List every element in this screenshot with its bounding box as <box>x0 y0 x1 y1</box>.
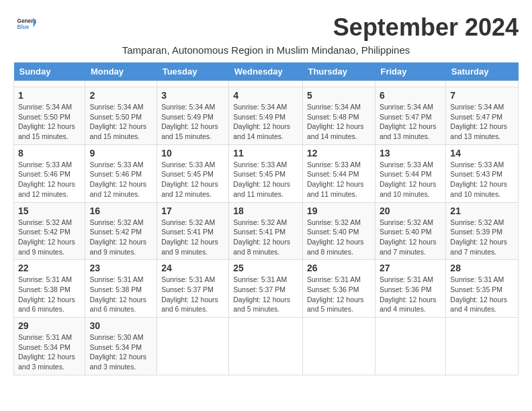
day-number: 7 <box>450 90 514 101</box>
calendar-cell: 9Sunrise: 5:33 AM Sunset: 5:46 PM Daylig… <box>85 144 157 202</box>
calendar-cell: 17Sunrise: 5:32 AM Sunset: 5:41 PM Dayli… <box>157 202 229 260</box>
calendar-cell <box>157 318 229 375</box>
day-info: Sunrise: 5:32 AM Sunset: 5:42 PM Dayligh… <box>89 218 152 257</box>
day-number: 13 <box>380 148 441 158</box>
calendar-cell: 14Sunrise: 5:33 AM Sunset: 5:43 PM Dayli… <box>446 144 519 202</box>
calendar-cell <box>157 81 229 87</box>
calendar-cell: 16Sunrise: 5:32 AM Sunset: 5:42 PM Dayli… <box>85 202 157 260</box>
calendar-week-3: 15Sunrise: 5:32 AM Sunset: 5:42 PM Dayli… <box>14 202 519 260</box>
calendar-cell: 28Sunrise: 5:31 AM Sunset: 5:35 PM Dayli… <box>446 260 519 318</box>
day-number: 5 <box>307 90 371 101</box>
calendar-header-tuesday: Tuesday <box>157 62 229 81</box>
day-number: 15 <box>18 205 81 216</box>
calendar-cell: 25Sunrise: 5:31 AM Sunset: 5:37 PM Dayli… <box>229 260 303 318</box>
day-number: 9 <box>89 148 152 158</box>
calendar-cell: 19Sunrise: 5:32 AM Sunset: 5:40 PM Dayli… <box>302 202 375 260</box>
calendar-cell: 3Sunrise: 5:34 AM Sunset: 5:49 PM Daylig… <box>157 87 229 145</box>
calendar-cell: 22Sunrise: 5:31 AM Sunset: 5:38 PM Dayli… <box>14 260 85 318</box>
calendar-cell <box>302 318 375 375</box>
day-info: Sunrise: 5:33 AM Sunset: 5:43 PM Dayligh… <box>450 160 514 199</box>
day-number: 30 <box>89 320 152 331</box>
day-number: 6 <box>380 90 441 101</box>
calendar-cell <box>85 81 157 87</box>
day-number: 14 <box>450 148 514 158</box>
day-info: Sunrise: 5:32 AM Sunset: 5:40 PM Dayligh… <box>380 218 441 257</box>
calendar-cell <box>446 81 519 87</box>
day-number: 11 <box>233 148 298 158</box>
day-number: 19 <box>307 205 371 216</box>
day-number: 21 <box>450 205 514 216</box>
day-number: 26 <box>307 263 371 273</box>
day-info: Sunrise: 5:33 AM Sunset: 5:46 PM Dayligh… <box>89 160 152 199</box>
calendar-header-wednesday: Wednesday <box>229 62 303 81</box>
day-info: Sunrise: 5:31 AM Sunset: 5:36 PM Dayligh… <box>380 275 441 314</box>
month-title-section: September 2024 <box>333 13 519 42</box>
day-info: Sunrise: 5:33 AM Sunset: 5:45 PM Dayligh… <box>233 160 298 199</box>
day-info: Sunrise: 5:34 AM Sunset: 5:50 PM Dayligh… <box>18 102 81 142</box>
calendar-table: SundayMondayTuesdayWednesdayThursdayFrid… <box>13 62 519 375</box>
day-info: Sunrise: 5:31 AM Sunset: 5:36 PM Dayligh… <box>307 275 371 314</box>
calendar-cell: 20Sunrise: 5:32 AM Sunset: 5:40 PM Dayli… <box>375 202 445 260</box>
day-info: Sunrise: 5:33 AM Sunset: 5:46 PM Dayligh… <box>18 160 81 199</box>
day-number: 18 <box>233 205 298 216</box>
day-number: 2 <box>89 90 152 101</box>
calendar-cell <box>375 318 445 375</box>
calendar-cell: 1Sunrise: 5:34 AM Sunset: 5:50 PM Daylig… <box>14 87 85 145</box>
calendar-cell: 11Sunrise: 5:33 AM Sunset: 5:45 PM Dayli… <box>229 144 303 202</box>
day-info: Sunrise: 5:31 AM Sunset: 5:37 PM Dayligh… <box>161 275 224 314</box>
day-number: 27 <box>380 263 441 273</box>
calendar-header-thursday: Thursday <box>302 62 375 81</box>
logo: General Blue <box>13 13 36 36</box>
day-number: 22 <box>18 263 81 273</box>
day-number: 24 <box>161 263 224 273</box>
calendar-header-saturday: Saturday <box>446 62 519 81</box>
day-number: 25 <box>233 263 298 273</box>
day-number: 23 <box>89 263 152 273</box>
calendar-cell: 13Sunrise: 5:33 AM Sunset: 5:44 PM Dayli… <box>375 144 445 202</box>
calendar-cell: 24Sunrise: 5:31 AM Sunset: 5:37 PM Dayli… <box>157 260 229 318</box>
day-number: 17 <box>161 205 224 216</box>
svg-text:Blue: Blue <box>17 24 30 30</box>
calendar-cell: 30Sunrise: 5:30 AM Sunset: 5:34 PM Dayli… <box>85 318 157 375</box>
day-number: 12 <box>307 148 371 158</box>
calendar-cell: 27Sunrise: 5:31 AM Sunset: 5:36 PM Dayli… <box>375 260 445 318</box>
day-number: 10 <box>161 148 224 158</box>
calendar-week-5: 29Sunrise: 5:31 AM Sunset: 5:34 PM Dayli… <box>14 318 519 375</box>
day-number: 20 <box>380 205 441 216</box>
day-info: Sunrise: 5:31 AM Sunset: 5:37 PM Dayligh… <box>233 275 298 314</box>
calendar-cell <box>446 318 519 375</box>
day-info: Sunrise: 5:32 AM Sunset: 5:39 PM Dayligh… <box>450 218 514 257</box>
calendar-cell <box>375 81 445 87</box>
calendar-cell: 7Sunrise: 5:34 AM Sunset: 5:47 PM Daylig… <box>446 87 519 145</box>
calendar-cell: 21Sunrise: 5:32 AM Sunset: 5:39 PM Dayli… <box>446 202 519 260</box>
day-info: Sunrise: 5:34 AM Sunset: 5:49 PM Dayligh… <box>233 102 298 142</box>
day-info: Sunrise: 5:32 AM Sunset: 5:40 PM Dayligh… <box>307 218 371 257</box>
calendar-week-2: 8Sunrise: 5:33 AM Sunset: 5:46 PM Daylig… <box>14 144 519 202</box>
calendar-cell: 29Sunrise: 5:31 AM Sunset: 5:34 PM Dayli… <box>14 318 85 375</box>
day-number: 16 <box>89 205 152 216</box>
day-number: 8 <box>18 148 81 158</box>
calendar-cell <box>229 81 303 87</box>
day-info: Sunrise: 5:30 AM Sunset: 5:34 PM Dayligh… <box>89 332 152 372</box>
calendar-cell <box>229 318 303 375</box>
day-info: Sunrise: 5:31 AM Sunset: 5:38 PM Dayligh… <box>89 275 152 314</box>
day-number: 3 <box>161 90 224 101</box>
month-title: September 2024 <box>333 13 519 42</box>
calendar-cell: 8Sunrise: 5:33 AM Sunset: 5:46 PM Daylig… <box>14 144 85 202</box>
day-info: Sunrise: 5:31 AM Sunset: 5:34 PM Dayligh… <box>18 332 81 372</box>
day-info: Sunrise: 5:33 AM Sunset: 5:45 PM Dayligh… <box>161 160 224 199</box>
day-info: Sunrise: 5:31 AM Sunset: 5:38 PM Dayligh… <box>18 275 81 314</box>
day-info: Sunrise: 5:33 AM Sunset: 5:44 PM Dayligh… <box>380 160 441 199</box>
day-number: 29 <box>18 320 81 331</box>
calendar-week-0 <box>14 81 519 87</box>
calendar-body: 1Sunrise: 5:34 AM Sunset: 5:50 PM Daylig… <box>14 81 519 375</box>
day-info: Sunrise: 5:34 AM Sunset: 5:50 PM Dayligh… <box>89 102 152 142</box>
calendar-cell: 4Sunrise: 5:34 AM Sunset: 5:49 PM Daylig… <box>229 87 303 145</box>
calendar-cell <box>302 81 375 87</box>
day-number: 28 <box>450 263 514 273</box>
calendar-cell: 23Sunrise: 5:31 AM Sunset: 5:38 PM Dayli… <box>85 260 157 318</box>
calendar-header-row: SundayMondayTuesdayWednesdayThursdayFrid… <box>14 62 519 81</box>
calendar-cell: 15Sunrise: 5:32 AM Sunset: 5:42 PM Dayli… <box>14 202 85 260</box>
calendar-header-sunday: Sunday <box>14 62 85 81</box>
calendar-cell: 10Sunrise: 5:33 AM Sunset: 5:45 PM Dayli… <box>157 144 229 202</box>
